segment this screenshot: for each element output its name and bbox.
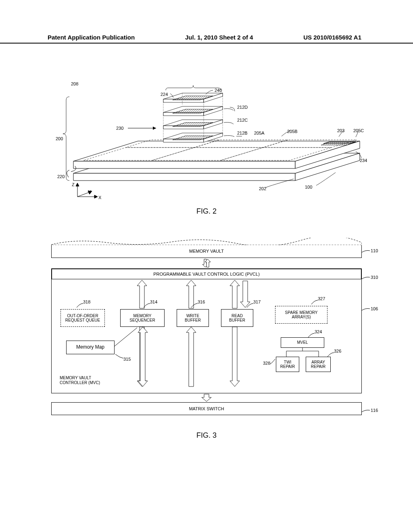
header-right: US 2010/0165692 A1 [303,34,361,43]
fig2-caption: FIG. 2 [0,207,413,216]
read-buffer: READ BUFFER [221,309,253,327]
spare-memory-arrays: SPARE MEMORY ARRAY(S) [275,306,327,324]
ref-205A: 205A [254,131,265,135]
ref-234: 234 [360,158,367,163]
ref-230: 230 [116,126,123,131]
arrow-mv-pvcl [198,258,215,268]
fig2-diagram [45,81,368,202]
ref-205C: 205C [353,128,364,133]
svg-marker-46 [230,280,240,308]
ref-116: 116 [371,408,378,413]
ref-205B: 205B [287,129,298,134]
figure-3: MEMORY VAULT PROGRAMMABLE VAULT CONTROL … [0,238,413,440]
arrow-mvc-matrix [198,393,215,402]
ref-110: 110 [371,248,378,253]
ref-208: 208 [71,81,78,86]
svg-marker-1 [73,173,295,181]
pvcl-label: PROGRAMMABLE VAULT CONTROL LOGIC (PVCL) [153,272,260,276]
svg-marker-39 [94,195,98,198]
figure-2: 208 240 224 212D 212C 212B 205A 205B 203… [0,81,413,216]
lead-310 [362,276,371,281]
mvc-outer: PROGRAMMABLE VAULT CONTROL LOGIC (PVCL) … [51,268,362,393]
lead-106 [362,308,371,313]
axis-z: Z [72,182,75,187]
ref-224: 224 [161,92,168,97]
lead-116 [362,409,371,414]
ref-212B: 212B [237,131,248,135]
memory-vault-box: MEMORY VAULT [51,245,362,258]
header-center: Jul. 1, 2010 Sheet 2 of 4 [185,34,253,43]
fig3-caption: FIG. 3 [0,431,413,440]
mvc-title: MEMORY VAULT CONTROLLER (MVC) [60,376,100,385]
ref-106: 106 [371,306,378,311]
ref-310: 310 [371,275,378,280]
ref-203: 203 [337,128,344,133]
memory-sequencer: MEMORY SEQUENCER [120,309,165,327]
out-of-order-request-queue: OUT-OF-ORDER REQUEST QUEUE [60,309,105,327]
axis-y: Y [88,189,91,194]
ref-100: 100 [305,185,312,189]
pvcl-box: PROGRAMMABLE VAULT CONTROL LOGIC (PVCL) [52,269,361,279]
header-left: Patent Application Publication [48,34,135,43]
ref-202: 202 [259,186,266,191]
svg-marker-57 [230,327,240,387]
matrix-switch-box: MATRIX SWITCH [51,402,362,415]
axis-x: X [98,195,101,200]
ref-212C: 212C [237,118,248,123]
lead-110 [362,250,371,255]
matrix-switch-label: MATRIX SWITCH [189,406,224,411]
ref-220: 220 [57,174,65,179]
svg-marker-56 [186,327,196,387]
ref-212D: 212D [237,105,248,110]
svg-marker-4 [73,161,295,168]
ref-240: 240 [215,88,222,93]
memory-vault-label: MEMORY VAULT [189,249,224,254]
memory-vault-top-edge [51,238,362,245]
write-buffer: WRITE BUFFER [177,309,209,327]
svg-marker-35 [153,127,156,130]
ref-200: 200 [56,136,63,141]
svg-marker-58 [202,394,211,401]
mvc-body: OUT-OF-ORDER REQUEST QUEUE MEMORY SEQUEN… [52,279,361,387]
svg-marker-37 [76,183,79,186]
